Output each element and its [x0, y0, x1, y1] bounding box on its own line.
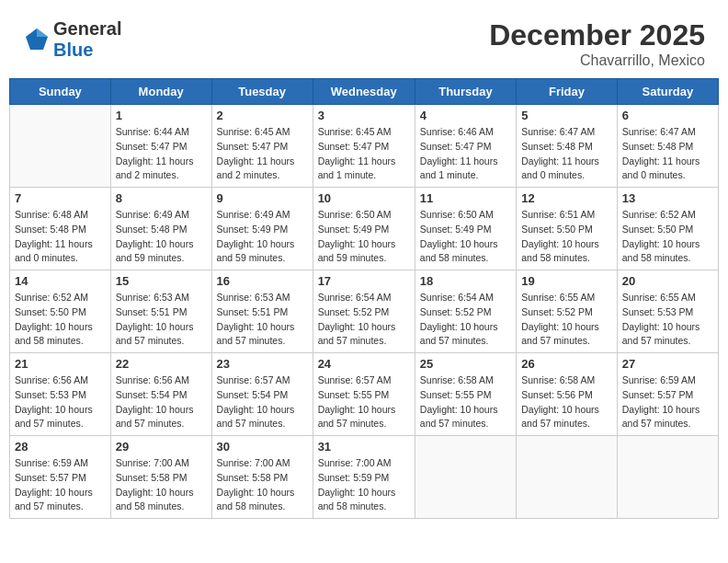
day-info-line: and 58 minutes. [116, 500, 185, 511]
day-info: Sunrise: 6:58 AMSunset: 5:55 PMDaylight:… [420, 373, 511, 431]
day-info-line: Sunrise: 6:52 AM [622, 209, 696, 220]
day-info-line: and 0 minutes. [15, 252, 78, 263]
day-info-line: Sunrise: 6:52 AM [15, 292, 88, 303]
calendar-cell: 5Sunrise: 6:47 AMSunset: 5:48 PMDaylight… [517, 105, 618, 188]
calendar-cell [617, 436, 718, 519]
day-info: Sunrise: 6:53 AMSunset: 5:51 PMDaylight:… [116, 291, 207, 349]
calendar-cell: 6Sunrise: 6:47 AMSunset: 5:48 PMDaylight… [617, 105, 718, 188]
logo-icon [23, 26, 51, 53]
day-number: 29 [116, 440, 207, 454]
day-info-line: Sunrise: 6:49 AM [116, 209, 189, 220]
day-info-line: and 57 minutes. [116, 335, 185, 346]
day-info-line: Sunrise: 6:47 AM [521, 126, 595, 137]
day-info-line: Sunrise: 6:50 AM [318, 209, 392, 220]
day-info-line: Sunset: 5:49 PM [318, 224, 390, 235]
day-number: 11 [420, 191, 511, 205]
day-info-line: Sunset: 5:53 PM [15, 389, 86, 400]
day-info-line: Sunset: 5:48 PM [116, 224, 188, 235]
day-info-line: and 59 minutes. [116, 252, 185, 263]
calendar-cell: 19Sunrise: 6:55 AMSunset: 5:52 PMDayligh… [517, 270, 618, 353]
day-info-line: Sunset: 5:57 PM [622, 389, 694, 400]
day-info-line: Sunset: 5:51 PM [116, 306, 188, 317]
day-info-line: Sunset: 5:51 PM [217, 306, 289, 317]
day-info-line: and 58 minutes. [15, 335, 84, 346]
day-number: 3 [318, 109, 410, 122]
day-info-line: and 0 minutes. [622, 169, 686, 180]
day-info-line: and 57 minutes. [318, 418, 387, 429]
calendar-cell: 10Sunrise: 6:50 AMSunset: 5:49 PMDayligh… [313, 188, 415, 270]
day-info-line: and 1 minute. [318, 169, 377, 180]
day-info-line: and 57 minutes. [521, 335, 590, 346]
day-number: 15 [116, 274, 207, 288]
day-number: 12 [521, 191, 612, 205]
day-info-line: Daylight: 10 hours [15, 487, 93, 498]
calendar-week-1: 1Sunrise: 6:44 AMSunset: 5:47 PMDaylight… [10, 105, 719, 188]
day-info-line: Daylight: 10 hours [116, 321, 194, 332]
calendar-cell [10, 105, 111, 188]
calendar-cell: 16Sunrise: 6:53 AMSunset: 5:51 PMDayligh… [211, 270, 313, 353]
weekday-header-thursday: Thursday [415, 79, 516, 105]
day-info-line: and 59 minutes. [318, 252, 387, 263]
day-info-line: Sunrise: 6:53 AM [217, 292, 290, 303]
day-info-line: Sunrise: 6:53 AM [116, 292, 189, 303]
day-info-line: and 57 minutes. [521, 418, 590, 429]
day-info: Sunrise: 7:00 AMSunset: 5:58 PMDaylight:… [217, 456, 308, 514]
day-info: Sunrise: 6:55 AMSunset: 5:53 PMDaylight:… [622, 291, 713, 349]
day-info-line: Daylight: 10 hours [217, 238, 295, 249]
day-info-line: and 2 minutes. [116, 169, 179, 180]
calendar-cell: 13Sunrise: 6:52 AMSunset: 5:50 PMDayligh… [617, 188, 718, 270]
calendar-cell: 31Sunrise: 7:00 AMSunset: 5:59 PMDayligh… [313, 436, 415, 519]
day-number: 26 [521, 357, 612, 371]
day-info-line: Sunrise: 6:59 AM [15, 457, 88, 468]
day-number: 16 [217, 274, 308, 288]
day-info: Sunrise: 6:50 AMSunset: 5:49 PMDaylight:… [318, 208, 410, 266]
day-info-line: and 57 minutes. [420, 418, 489, 429]
day-number: 24 [318, 357, 410, 371]
day-info-line: and 1 minute. [420, 169, 479, 180]
day-info-line: Sunrise: 6:58 AM [420, 374, 494, 385]
day-info: Sunrise: 6:54 AMSunset: 5:52 PMDaylight:… [318, 291, 410, 349]
day-number: 31 [318, 440, 410, 454]
calendar-cell: 29Sunrise: 7:00 AMSunset: 5:58 PMDayligh… [110, 436, 211, 519]
calendar-cell: 27Sunrise: 6:59 AMSunset: 5:57 PMDayligh… [617, 353, 718, 436]
day-info-line: and 58 minutes. [622, 252, 691, 263]
day-info-line: and 58 minutes. [420, 252, 489, 263]
day-info: Sunrise: 6:57 AMSunset: 5:54 PMDaylight:… [217, 373, 308, 431]
calendar-cell [415, 436, 516, 519]
day-info: Sunrise: 6:47 AMSunset: 5:48 PMDaylight:… [521, 125, 612, 183]
day-info-line: Daylight: 11 hours [521, 155, 599, 167]
day-number: 8 [116, 191, 207, 205]
calendar-week-2: 7Sunrise: 6:48 AMSunset: 5:48 PMDaylight… [10, 188, 719, 270]
day-number: 7 [15, 191, 106, 205]
day-info-line: and 57 minutes. [217, 418, 286, 429]
day-number: 10 [318, 191, 410, 205]
weekday-header-sunday: Sunday [10, 79, 111, 105]
day-info-line: Sunset: 5:58 PM [217, 472, 289, 483]
calendar-cell: 26Sunrise: 6:58 AMSunset: 5:56 PMDayligh… [517, 353, 618, 436]
day-number: 1 [116, 109, 207, 122]
day-info-line: Sunrise: 6:50 AM [420, 209, 494, 220]
day-info-line: and 0 minutes. [521, 169, 585, 180]
day-info-line: Sunset: 5:47 PM [318, 141, 390, 152]
day-info-line: Daylight: 11 hours [622, 155, 700, 167]
weekday-header-friday: Friday [517, 79, 618, 105]
calendar-week-5: 28Sunrise: 6:59 AMSunset: 5:57 PMDayligh… [10, 436, 719, 519]
day-info: Sunrise: 6:56 AMSunset: 5:53 PMDaylight:… [15, 373, 106, 431]
calendar-cell: 11Sunrise: 6:50 AMSunset: 5:49 PMDayligh… [415, 188, 516, 270]
day-info-line: Sunset: 5:48 PM [15, 224, 86, 235]
day-info-line: Daylight: 10 hours [318, 487, 396, 498]
calendar-cell: 20Sunrise: 6:55 AMSunset: 5:53 PMDayligh… [617, 270, 718, 353]
day-info-line: Sunrise: 7:00 AM [318, 457, 392, 468]
day-info-line: Sunset: 5:50 PM [622, 224, 694, 235]
day-info-line: Daylight: 10 hours [318, 404, 396, 415]
day-info-line: and 57 minutes. [217, 335, 286, 346]
day-info-line: Sunrise: 7:00 AM [217, 457, 290, 468]
day-info: Sunrise: 7:00 AMSunset: 5:59 PMDaylight:… [318, 456, 410, 514]
day-info-line: and 57 minutes. [318, 335, 387, 346]
day-info-line: Sunset: 5:49 PM [217, 224, 289, 235]
day-info-line: Sunset: 5:52 PM [521, 306, 593, 317]
day-info: Sunrise: 7:00 AMSunset: 5:58 PMDaylight:… [116, 456, 207, 514]
day-info-line: Sunset: 5:50 PM [15, 306, 86, 317]
day-info-line: Daylight: 10 hours [521, 238, 599, 249]
calendar-week-3: 14Sunrise: 6:52 AMSunset: 5:50 PMDayligh… [10, 270, 719, 353]
